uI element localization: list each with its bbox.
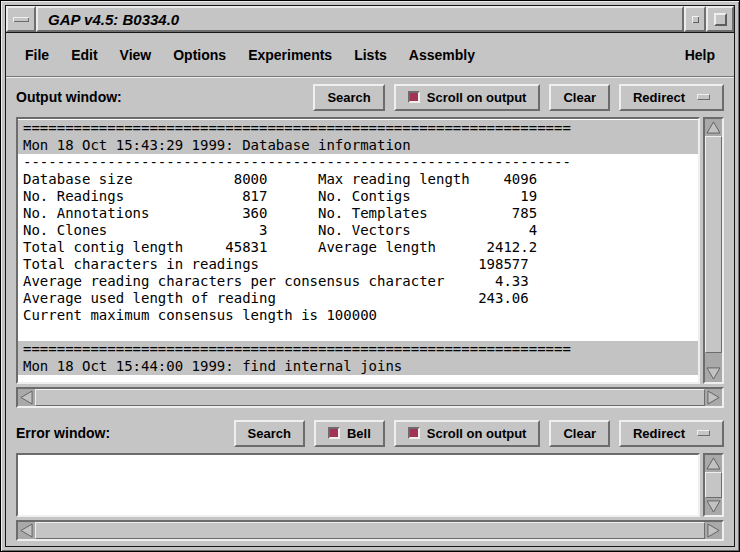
output-line: No. Readings 817 No. Contigs 19 [18, 188, 698, 205]
minimize-button[interactable] [684, 6, 706, 32]
scroll-up-arrow-icon[interactable] [705, 455, 722, 472]
app-window: GAP v4.5: B0334.0 File Edit View Options… [0, 0, 740, 552]
error-clear-button[interactable]: Clear [549, 420, 610, 447]
checkbox-indicator [408, 91, 420, 103]
output-scroll-label: Scroll on output [427, 90, 527, 105]
menubutton-indicator [697, 430, 710, 436]
error-bell-checkbox[interactable]: Bell [314, 420, 385, 447]
error-scroll-on-output-checkbox[interactable]: Scroll on output [394, 420, 541, 447]
error-text-area[interactable] [16, 453, 700, 517]
error-clear-label: Clear [563, 426, 596, 441]
menu-edit[interactable]: Edit [60, 39, 108, 71]
error-scroll-label: Scroll on output [427, 426, 527, 441]
output-redirect-label: Redirect [633, 90, 685, 105]
minimize-icon [692, 16, 699, 23]
menu-view[interactable]: View [109, 39, 163, 71]
scroll-down-arrow-icon[interactable] [705, 365, 722, 382]
error-redirect-menubutton[interactable]: Redirect [619, 420, 724, 447]
error-search-button[interactable]: Search [234, 420, 305, 447]
menu-lists[interactable]: Lists [343, 39, 398, 71]
output-line: ========================================… [18, 120, 698, 137]
error-vertical-scrollbar[interactable] [703, 453, 724, 517]
output-clear-button[interactable]: Clear [549, 84, 610, 111]
output-line [18, 324, 698, 341]
maximize-icon [714, 13, 727, 26]
output-text-area[interactable]: ========================================… [16, 117, 700, 384]
output-search-button[interactable]: Search [313, 84, 384, 111]
checkbox-indicator [328, 427, 340, 439]
output-line: Total contig length 45831 Average length… [18, 239, 698, 256]
window-menu-icon [13, 17, 29, 22]
menubutton-indicator [697, 94, 710, 100]
scrollbar-thumb[interactable] [35, 389, 705, 406]
scroll-left-arrow-icon[interactable] [18, 522, 35, 539]
output-vertical-scrollbar[interactable] [703, 117, 724, 384]
maximize-button[interactable] [706, 6, 734, 32]
output-scroll-on-output-checkbox[interactable]: Scroll on output [394, 84, 541, 111]
output-clear-label: Clear [563, 90, 596, 105]
output-redirect-menubutton[interactable]: Redirect [619, 84, 724, 111]
scroll-right-arrow-icon[interactable] [705, 522, 722, 539]
scroll-left-arrow-icon[interactable] [18, 389, 35, 406]
output-line: Mon 18 Oct 15:44:00 1999: find internal … [18, 358, 698, 375]
scroll-down-arrow-icon[interactable] [705, 498, 722, 515]
output-pane: ========================================… [16, 117, 724, 384]
error-pane [16, 453, 724, 517]
menu-help[interactable]: Help [674, 39, 726, 71]
output-line: Mon 18 Oct 15:43:29 1999: Database infor… [18, 137, 698, 154]
output-horizontal-scrollbar[interactable] [16, 387, 724, 408]
menu-file[interactable]: File [14, 39, 60, 71]
output-line: ----------------------------------------… [18, 375, 698, 384]
error-window-label: Error window: [16, 425, 110, 441]
output-window-label: Output window: [16, 89, 122, 105]
menu-experiments[interactable]: Experiments [237, 39, 343, 71]
output-line: Current maximum consensus length is 1000… [18, 307, 698, 324]
output-line: No. Annotations 360 No. Templates 785 [18, 205, 698, 222]
menubar: File Edit View Options Experiments Lists… [6, 33, 734, 77]
output-line: ----------------------------------------… [18, 154, 698, 171]
output-line: Average reading characters per consensus… [18, 273, 698, 290]
checkbox-indicator [408, 427, 420, 439]
scroll-right-arrow-icon[interactable] [705, 389, 722, 406]
output-line: Average used length of reading 243.06 [18, 290, 698, 307]
window-title[interactable]: GAP v4.5: B0334.0 [36, 6, 684, 32]
scrollbar-thumb[interactable] [705, 136, 722, 353]
output-line: Database size 8000 Max reading length 40… [18, 171, 698, 188]
error-horizontal-scrollbar[interactable] [16, 520, 724, 541]
window-menu-button[interactable] [6, 6, 36, 32]
output-search-label: Search [327, 90, 370, 105]
output-line: No. Clones 3 No. Vectors 4 [18, 222, 698, 239]
error-redirect-label: Redirect [633, 426, 685, 441]
output-line: ========================================… [18, 341, 698, 358]
error-search-label: Search [248, 426, 291, 441]
scroll-up-arrow-icon[interactable] [705, 119, 722, 136]
menu-assembly[interactable]: Assembly [398, 39, 486, 71]
output-toolbar: Output window: Search Scroll on output C… [6, 77, 734, 117]
error-bell-label: Bell [347, 426, 371, 441]
output-line: Total characters in readings 198577 [18, 256, 698, 273]
scrollbar-thumb[interactable] [35, 522, 705, 539]
titlebar: GAP v4.5: B0334.0 [6, 6, 734, 33]
menu-options[interactable]: Options [162, 39, 237, 71]
error-toolbar: Error window: Search Bell Scroll on outp… [6, 413, 734, 453]
scrollbar-thumb[interactable] [705, 472, 722, 498]
window-frame: GAP v4.5: B0334.0 File Edit View Options… [5, 5, 735, 547]
